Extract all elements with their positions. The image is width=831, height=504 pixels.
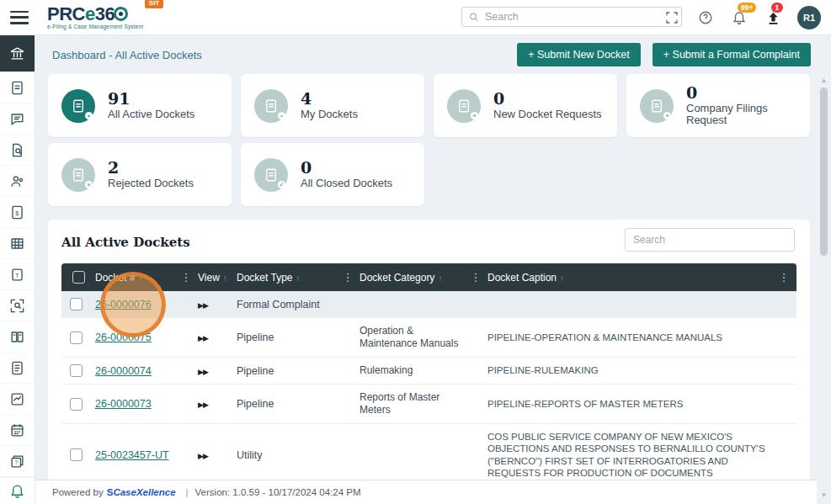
file-question-icon: ? <box>9 454 25 470</box>
column-docket-number[interactable]: Docket # <box>95 272 135 284</box>
table-row: 26-0000076 ▶▶ Formal Complaint <box>61 291 796 318</box>
file-dollar-icon: $ <box>9 204 25 220</box>
page-topbar: Dashboard - All Active Dockets + Submit … <box>35 35 831 74</box>
sort-asc-icon[interactable]: ↑ <box>138 273 142 283</box>
stat-card-rejected-dockets[interactable]: × 2Rejected Dockets <box>48 143 232 206</box>
sidebar-item-library[interactable] <box>0 321 35 353</box>
global-search-input[interactable] <box>485 11 674 23</box>
view-docket-icon[interactable]: ▶▶ <box>198 401 208 409</box>
scroll-down-arrow-icon[interactable]: ▼ <box>818 491 829 501</box>
sidebar-item-faq[interactable]: ? <box>0 446 35 477</box>
stat-card-new-docket-requests[interactable]: + 0New Docket Requests <box>434 74 617 137</box>
column-view[interactable]: View <box>198 272 220 284</box>
main-content: Dashboard - All Active Dockets + Submit … <box>35 35 831 504</box>
view-docket-icon[interactable]: ▶▶ <box>198 368 208 376</box>
stat-value: 4 <box>301 90 358 108</box>
app-footer: Powered by SCaseXellence | Version: 1.0.… <box>35 480 817 504</box>
row-checkbox[interactable] <box>70 448 83 461</box>
casexellence-link[interactable]: SCaseXellence <box>107 487 176 497</box>
view-docket-icon[interactable]: ▶▶ <box>198 334 208 342</box>
app-logo[interactable]: PRCe36 e-Filing & Case Management System… <box>47 5 143 30</box>
docket-link[interactable]: 26-0000074 <box>95 365 152 377</box>
submit-formal-complaint-button[interactable]: + Submit a Formal Complaint <box>653 43 811 66</box>
docket-caption <box>487 291 771 318</box>
stat-card-my-dockets[interactable]: • 4My Dockets <box>241 74 424 137</box>
stat-label: New Docket Requests <box>493 109 602 121</box>
global-search[interactable] <box>461 7 682 27</box>
stat-value: 91 <box>108 90 194 108</box>
svg-text:?: ? <box>14 459 18 466</box>
sidebar-item-alerts[interactable] <box>0 477 35 504</box>
upload-icon[interactable]: 1 <box>764 8 782 27</box>
svg-text:$: $ <box>15 210 19 216</box>
table-header-row: Docket #↑ ⋮ View↑ Docket Type↑ ⋮ Docket … <box>61 263 796 291</box>
sidebar-item-dashboard[interactable] <box>0 35 35 72</box>
stat-value: 0 <box>493 90 602 108</box>
file-search-icon <box>9 142 25 158</box>
scrollbar-thumb[interactable] <box>820 88 828 256</box>
calendar-icon <box>9 422 25 438</box>
stat-card-all-active-dockets[interactable]: • 91All Active Dockets <box>48 74 232 137</box>
footer-separator: | <box>186 487 189 497</box>
docket-link[interactable]: 25-0023457-UT <box>95 449 169 461</box>
sidebar-item-dockets[interactable] <box>0 72 35 103</box>
file-template-icon: T <box>9 267 25 283</box>
sort-asc-icon[interactable]: ↑ <box>223 273 227 283</box>
sort-asc-icon[interactable]: ↑ <box>296 273 300 283</box>
file-lines-icon <box>9 360 25 376</box>
sort-asc-icon[interactable]: ↑ <box>438 273 442 283</box>
column-menu-icon[interactable]: ⋮ <box>771 263 796 291</box>
column-docket-type[interactable]: Docket Type <box>237 272 292 284</box>
sidebar-item-billing[interactable]: $ <box>0 197 35 228</box>
menu-icon[interactable] <box>10 11 29 24</box>
column-menu-icon[interactable]: ⋮ <box>336 263 360 291</box>
row-checkbox[interactable] <box>70 298 83 310</box>
scrollbar-track[interactable] <box>820 86 828 491</box>
sidebar-item-advanced-search[interactable] <box>0 290 35 321</box>
sidebar-item-users[interactable] <box>0 166 35 197</box>
view-docket-icon[interactable]: ▶▶ <box>198 301 208 310</box>
submit-new-docket-button[interactable]: + Submit New Docket <box>517 43 641 66</box>
view-docket-icon[interactable]: ▶▶ <box>198 452 208 460</box>
logo-text: PRCe36 <box>47 5 143 24</box>
table-row: 26-0000073 ▶▶ Pipeline Reports of Master… <box>61 385 796 424</box>
column-menu-icon[interactable]: ⋮ <box>464 263 487 291</box>
stat-value: 0 <box>686 84 787 102</box>
stat-card-all-closed-dockets[interactable]: ✓ 0All Closed Dockets <box>241 143 424 206</box>
book-icon <box>9 329 25 345</box>
stat-cards-row-1: • 91All Active Dockets • 4My Dockets + 0… <box>48 74 810 137</box>
sidebar-item-company[interactable] <box>0 228 35 259</box>
sort-asc-icon[interactable]: ↑ <box>560 273 564 283</box>
stat-label: Company Filings Request <box>686 103 787 128</box>
docket-link[interactable]: 26-0000076 <box>95 299 152 310</box>
sidebar-item-analytics[interactable] <box>0 384 35 415</box>
docket-link[interactable]: 26-0000075 <box>95 332 152 343</box>
docket-link[interactable]: 26-0000073 <box>95 398 152 410</box>
stat-label: All Active Dockets <box>108 109 194 121</box>
dockets-table-card: All Active Dockets Docket #↑ ⋮ View↑ Doc… <box>48 220 810 504</box>
fullscreen-icon[interactable] <box>663 8 681 27</box>
sidebar-item-calendar[interactable] <box>0 415 35 446</box>
sidebar-item-document-search[interactable] <box>0 135 35 166</box>
sidebar-item-messages[interactable] <box>0 103 35 135</box>
sidebar-item-templates[interactable]: T <box>0 259 35 290</box>
help-icon[interactable] <box>696 8 715 27</box>
avatar[interactable]: R1 <box>797 6 821 29</box>
scroll-up-arrow-icon[interactable]: ▲ <box>818 76 829 86</box>
row-checkbox[interactable] <box>70 364 83 377</box>
row-checkbox[interactable] <box>70 332 83 344</box>
docket-category: Reports of Master Meters <box>360 385 464 424</box>
environment-badge: SIT <box>145 0 163 8</box>
sidebar-item-reports-docs[interactable] <box>0 353 35 384</box>
table-search-input[interactable] <box>625 228 795 252</box>
column-docket-caption[interactable]: Docket Caption <box>487 272 557 284</box>
column-menu-icon[interactable]: ⋮ <box>174 263 198 291</box>
bell-icon[interactable]: 99+ <box>730 8 748 27</box>
select-all-checkbox[interactable] <box>72 271 85 284</box>
row-checkbox[interactable] <box>70 398 83 411</box>
notifications-count-badge: 99+ <box>738 3 756 13</box>
stat-card-company-filings-request[interactable]: + 0Company Filings Request <box>626 74 810 137</box>
docket-type: Pipeline <box>237 385 336 424</box>
column-docket-category[interactable]: Docket Category <box>360 272 434 284</box>
docket-type: Formal Complaint <box>237 291 336 318</box>
